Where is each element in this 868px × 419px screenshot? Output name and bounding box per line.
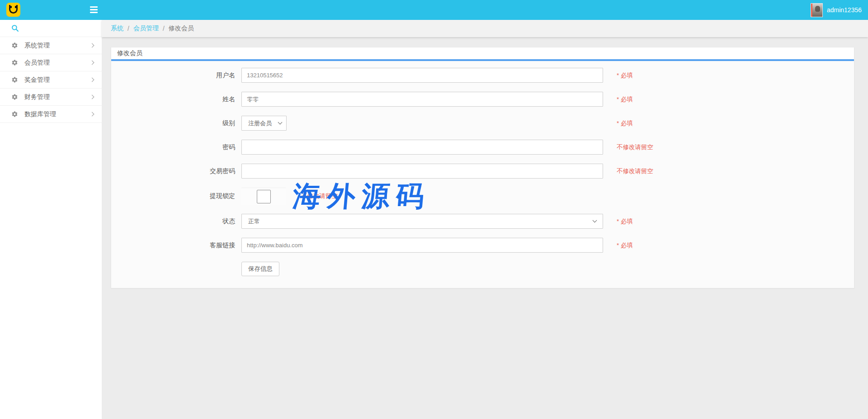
gear-icon — [11, 111, 18, 118]
form-row-trade-password: 交易密码 不修改请留空 — [111, 164, 854, 179]
field-label: 提现锁定 — [111, 192, 241, 200]
field-label: 交易密码 — [111, 167, 241, 175]
leave-blank-hint: 不修改请留空 — [617, 167, 653, 175]
level-select[interactable]: 注册会员 — [241, 116, 287, 131]
status-select-value: 正常 — [248, 217, 260, 226]
field-label: 客服链接 — [111, 241, 241, 250]
status-select[interactable]: 正常 — [241, 214, 603, 229]
form-row-service-link: 客服链接 * 必填 — [111, 238, 854, 253]
top-bar: admin12356 — [0, 0, 868, 20]
edit-member-panel: 修改会员 用户名 * 必填 姓名 — [111, 47, 854, 288]
username-input[interactable] — [241, 68, 603, 83]
form-row-save: 保存信息 — [111, 262, 854, 276]
sidebar-item-finance[interactable]: 财务管理 — [0, 89, 102, 106]
chevron-right-icon — [90, 43, 94, 48]
username-label: admin12356 — [827, 6, 862, 14]
sidebar-item-database[interactable]: 数据库管理 — [0, 106, 102, 123]
form-row-withdraw-lock: 提现锁定 不修改请留空 — [111, 188, 854, 205]
sidebar-search[interactable] — [0, 20, 102, 37]
breadcrumb-separator: / — [127, 25, 129, 32]
required-hint: * 必填 — [617, 241, 633, 250]
withdraw-lock-checkbox[interactable] — [257, 190, 271, 203]
form-row-username: 用户名 * 必填 — [111, 68, 854, 83]
panel-header: 修改会员 — [111, 47, 854, 61]
password-input[interactable] — [241, 140, 603, 155]
field-label: 状态 — [111, 217, 241, 226]
sidebar-item-label: 系统管理 — [24, 42, 50, 50]
chevron-right-icon — [90, 112, 94, 117]
breadcrumb-current: 修改会员 — [169, 24, 194, 33]
chevron-down-icon — [593, 218, 597, 223]
sidebar-item-members[interactable]: 会员管理 — [0, 54, 102, 71]
name-input[interactable] — [241, 92, 603, 107]
sidebar-item-label: 数据库管理 — [24, 110, 56, 118]
form-row-status: 状态 正常 * 必填 — [111, 214, 854, 229]
required-hint: * 必填 — [617, 119, 633, 127]
gear-icon — [11, 42, 18, 49]
app-logo[interactable] — [6, 3, 20, 17]
field-label: 级别 — [111, 119, 241, 127]
sidebar: 系统管理 会员管理 奖金管理 财务管理 数据库管理 — [0, 20, 102, 419]
service-link-input[interactable] — [241, 238, 603, 253]
chevron-right-icon — [90, 78, 94, 82]
sidebar-item-label: 财务管理 — [24, 93, 50, 101]
content-area: 修改会员 用户名 * 必填 姓名 — [102, 37, 868, 419]
chevron-right-icon — [90, 95, 94, 99]
gear-icon — [11, 94, 18, 100]
save-button[interactable]: 保存信息 — [241, 262, 279, 276]
form-row-password: 密码 不修改请留空 — [111, 140, 854, 155]
required-hint: * 必填 — [617, 71, 633, 80]
panel-body: 用户名 * 必填 姓名 * 必填 — [111, 61, 854, 288]
leave-blank-hint: 不修改请留空 — [617, 143, 653, 151]
breadcrumb-separator: / — [163, 25, 165, 32]
field-label: 姓名 — [111, 95, 241, 104]
breadcrumb-link-members[interactable]: 会员管理 — [133, 24, 159, 33]
required-hint: * 必填 — [617, 95, 633, 104]
level-select-value: 注册会员 — [248, 119, 272, 127]
sidebar-item-system[interactable]: 系统管理 — [0, 37, 102, 54]
avatar[interactable] — [811, 3, 823, 17]
required-hint: * 必填 — [617, 217, 633, 226]
chevron-right-icon — [90, 61, 94, 65]
checkbox-container — [241, 188, 286, 205]
form-row-name: 姓名 * 必填 — [111, 92, 854, 107]
breadcrumb: 系统 / 会员管理 / 修改会员 — [102, 20, 868, 37]
breadcrumb-link-system[interactable]: 系统 — [111, 24, 123, 33]
gear-icon — [11, 59, 18, 66]
hamburger-menu-icon[interactable] — [90, 6, 98, 14]
user-area[interactable]: admin12356 — [811, 0, 862, 20]
search-icon — [11, 24, 19, 32]
field-label: 用户名 — [111, 71, 241, 80]
sidebar-item-bonus[interactable]: 奖金管理 — [0, 71, 102, 89]
trade-password-input[interactable] — [241, 164, 603, 179]
logo-smile — [9, 5, 18, 14]
panel-title: 修改会员 — [117, 49, 142, 57]
leave-blank-hint: 不修改请留空 — [301, 192, 338, 200]
gear-icon — [11, 76, 18, 83]
form-row-level: 级别 注册会员 * 必填 — [111, 116, 854, 131]
sidebar-item-label: 会员管理 — [24, 59, 50, 67]
chevron-down-icon — [278, 120, 283, 125]
sidebar-item-label: 奖金管理 — [24, 76, 50, 84]
field-label: 密码 — [111, 143, 241, 151]
